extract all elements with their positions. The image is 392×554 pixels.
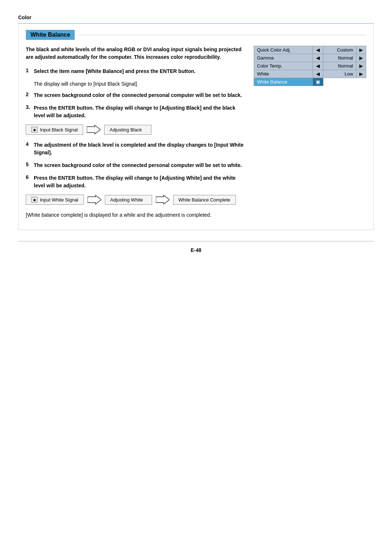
osd-label-cell: Gamma <box>254 54 313 62</box>
osd-right-arrow: ▶ <box>356 46 366 54</box>
main-layout: The black and white levels of the analog… <box>26 46 366 219</box>
step-2: 2 The screen background color of the con… <box>26 91 246 99</box>
diagram-1: ■ Input Black Signal Adjusting Black <box>26 125 246 135</box>
step-3-num: 3. <box>26 104 34 110</box>
osd-right-arrow: ▶ <box>356 70 366 78</box>
page-number: E-48 <box>18 247 374 253</box>
osd-left-arrow: ◀ <box>313 46 323 54</box>
osd-value-cell: Low <box>323 70 356 78</box>
step-2-text: The screen background color of the conne… <box>34 91 242 99</box>
bottom-rule <box>18 241 374 241</box>
step-5-num: 5 <box>26 162 34 167</box>
diag-box-2a: ■ Input White Signal <box>26 195 84 205</box>
step-5-text: The screen background color of the conne… <box>34 162 242 169</box>
step-4: 4 The adjustment of the black level is c… <box>26 141 246 156</box>
footer-note: [White balance complete] is displayed fo… <box>26 211 246 219</box>
step-4-text: The adjustment of the black level is com… <box>34 141 246 156</box>
left-column: The black and white levels of the analog… <box>26 46 246 219</box>
osd-right-arrow: ▶ <box>356 62 366 70</box>
osd-menu-row: Color Temp. ◀ Normal ▶ <box>254 62 366 70</box>
step-1: 1 Select the item name [White Balance] a… <box>26 68 246 75</box>
diag-label-1b: Adjusting Black <box>110 127 142 133</box>
diag-box-1b: Adjusting Black <box>104 125 151 135</box>
osd-icon-cell: ▣ <box>313 78 323 86</box>
step-6: 6 Press the ENTER button. The display wi… <box>26 174 246 190</box>
osd-label-cell: White <box>254 70 313 78</box>
osd-value-cell: Normal <box>323 62 356 70</box>
enter-icon-1: ■ <box>31 127 38 133</box>
osd-value-cell: Custom <box>323 46 356 54</box>
diag-label-2a: Input White Signal <box>40 197 78 203</box>
osd-menu-row: White Balance ▣ <box>254 78 366 86</box>
osd-menu-panel: Quick Color Adj. ◀ Custom ▶ Gamma ◀ Norm… <box>254 46 366 219</box>
diag-label-2b: Adjusting White <box>110 197 143 203</box>
arrow-2 <box>87 195 101 205</box>
osd-menu-row: White ◀ Low ▶ <box>254 70 366 78</box>
diag-box-2b: Adjusting White <box>105 195 152 205</box>
step-5: 5 The screen background color of the con… <box>26 162 246 169</box>
intro-text: The black and white levels of the analog… <box>26 46 246 61</box>
content-area: White Balance The black and white levels… <box>18 24 374 230</box>
diag-box-2c: White Balance Complete <box>173 195 236 205</box>
step-4-num: 4 <box>26 141 34 147</box>
osd-right-arrow: ▶ <box>356 54 366 62</box>
svg-marker-2 <box>156 195 170 204</box>
title-bar: White Balance <box>26 30 366 40</box>
svg-marker-1 <box>87 195 101 204</box>
diag-box-1a: ■ Input Black Signal <box>26 125 83 135</box>
osd-left-arrow: ◀ <box>313 62 323 70</box>
osd-left-arrow: ◀ <box>313 54 323 62</box>
arrow-3 <box>156 195 170 205</box>
step-1-num: 1 <box>26 68 34 73</box>
osd-menu-row: Gamma ◀ Normal ▶ <box>254 54 366 62</box>
osd-value-cell: Normal <box>323 54 356 62</box>
step-1-text: Select the item name [White Balance] and… <box>34 68 196 75</box>
osd-menu-table: Quick Color Adj. ◀ Custom ▶ Gamma ◀ Norm… <box>254 46 366 86</box>
section-label: Color <box>18 15 374 20</box>
step-1-sub: The display will change to [Input Black … <box>34 80 246 88</box>
diagram-2: ■ Input White Signal Adjusting White Whi… <box>26 195 246 205</box>
osd-menu-row: Quick Color Adj. ◀ Custom ▶ <box>254 46 366 54</box>
step-3: 3. Press the ENTER button. The display w… <box>26 104 246 119</box>
diag-label-2c: White Balance Complete <box>179 197 230 203</box>
title-line <box>78 35 366 35</box>
osd-label-cell: White Balance <box>254 78 313 86</box>
arrow-1 <box>87 125 101 135</box>
step-3-text: Press the ENTER button. The display will… <box>34 104 246 119</box>
svg-marker-0 <box>87 125 101 134</box>
step-6-text: Press the ENTER button. The display will… <box>34 174 246 190</box>
osd-left-arrow: ◀ <box>313 70 323 78</box>
step-2-num: 2 <box>26 91 34 97</box>
section-title: White Balance <box>26 30 75 40</box>
diag-label-1a: Input Black Signal <box>40 127 78 133</box>
page-wrapper: Color White Balance The black and white … <box>0 0 392 268</box>
osd-label-cell: Color Temp. <box>254 62 313 70</box>
step-6-num: 6 <box>26 174 34 180</box>
enter-icon-2: ■ <box>31 197 38 203</box>
osd-label-cell: Quick Color Adj. <box>254 46 313 54</box>
